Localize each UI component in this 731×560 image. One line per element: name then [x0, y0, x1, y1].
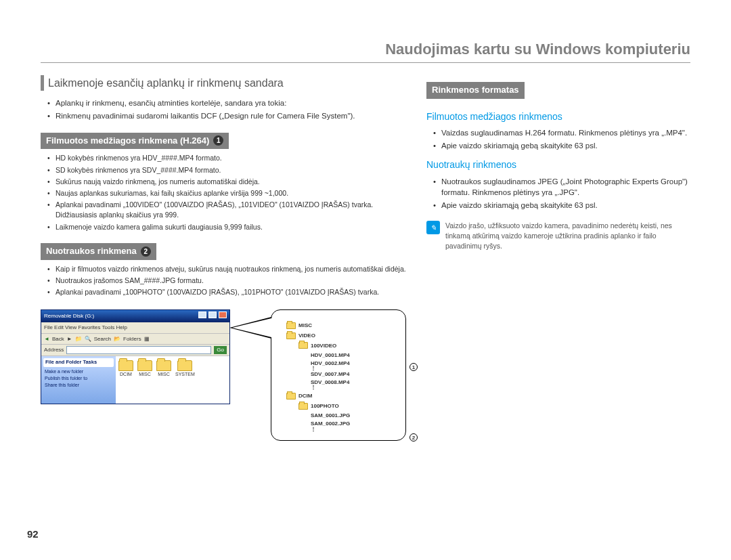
video-file-heading-label: Filmuotos medžiagos rinkmena (H.264): [46, 135, 209, 148]
tree-file: SDV_0008.MP4: [311, 379, 393, 387]
folder-tree-callout: MISC VIDEO 100VIDEO HDV_0001.MP4 HDV_000…: [271, 309, 406, 441]
explorer-folder[interactable]: MISC: [156, 360, 171, 400]
back-icon[interactable]: ◄: [44, 335, 49, 343]
photo-file-list: Kaip ir filmuotos vaizdo rinkmenos atvej…: [41, 264, 406, 298]
tree-file: SDV_0007.MP4: [311, 370, 393, 379]
explorer-window: Removable Disk (G:) File Edit View Favor…: [41, 309, 230, 404]
circled-number-2: 2: [141, 246, 151, 257]
up-icon[interactable]: 📁: [75, 335, 82, 343]
fwd-icon[interactable]: ►: [67, 335, 72, 343]
explorer-folder[interactable]: MISC: [137, 360, 152, 400]
tree-label: 100VIDEO: [311, 342, 336, 350]
go-button[interactable]: Go: [214, 346, 227, 354]
views-icon[interactable]: ▦: [144, 335, 150, 343]
folder-icon: [298, 403, 308, 410]
explorer-titlebar: Removable Disk (G:): [41, 310, 229, 322]
circled-number-1: 1: [213, 135, 223, 146]
list-item: Sukūrus naują vaizdo rinkmeną, jos numer…: [47, 177, 406, 187]
maximize-icon[interactable]: [208, 311, 217, 318]
tree-ellipsis: ⋮: [286, 428, 393, 431]
tree-marker-1: 1: [409, 363, 418, 371]
folders-icon[interactable]: 📂: [114, 335, 120, 343]
tree-file: SAM_0002.JPG: [311, 420, 393, 428]
list-item: Laikmenoje vaizdo kamera galima sukurti …: [47, 222, 406, 232]
minimize-icon[interactable]: [198, 311, 206, 318]
tree-ellipsis: ⋮: [286, 386, 393, 389]
video-file-heading: Filmuotos medžiagos rinkmena (H.264) 1: [41, 133, 229, 150]
explorer-title-text: Removable Disk (G:): [44, 312, 94, 320]
note-icon: ✎: [426, 221, 440, 234]
list-item: Nuotraukos įrašomos SAM_####.JPG formatu…: [47, 276, 406, 286]
list-item: Nuotraukos suglaudinamos JPEG („Joint Ph…: [433, 176, 690, 198]
tree-label: MISC: [298, 322, 312, 330]
task-item[interactable]: Publish this folder to: [43, 375, 114, 382]
folder-label: MISC: [139, 371, 151, 378]
explorer-folder[interactable]: SYSTEM: [175, 360, 195, 400]
tasks-header: File and Folder Tasks: [43, 358, 114, 367]
folder-icon: [286, 322, 296, 329]
intro-item: Aplankų ir rinkmenų, esančių atminties k…: [47, 98, 406, 109]
photo-file-heading-label: Nuotraukos rinkmena: [46, 245, 137, 258]
tree-file: HDV_0002.MP4: [311, 360, 393, 368]
window-buttons: [198, 311, 227, 321]
tree-marker-2: 2: [409, 433, 418, 441]
folder-icon: [177, 360, 192, 371]
tree-label: VIDEO: [298, 332, 315, 340]
intro-list: Aplankų ir rinkmenų, esančių atminties k…: [41, 98, 406, 121]
folder-label: DCIM: [120, 371, 132, 378]
photo-files-subheading: Nuotraukų rinkmenos: [426, 158, 690, 171]
list-item: Aplankai pavadinami „100PHOTO" (100VAIZD…: [47, 287, 406, 297]
photo-file-heading: Nuotraukos rinkmena 2: [41, 243, 156, 260]
right-column: Rinkmenos formatas Filmuotos medžiagos r…: [426, 75, 690, 441]
folder-icon: [298, 342, 308, 349]
tree-label: DCIM: [298, 392, 312, 400]
list-item: Kaip ir filmuotos vaizdo rinkmenos atvej…: [47, 264, 406, 274]
folder-label: SYSTEM: [175, 371, 195, 378]
list-item: Aplankai pavadinami „100VIDEO" (100VAIZD…: [47, 200, 406, 220]
video-file-list: HD kokybės rinkmenos yra HDV_####.MP4 fo…: [41, 153, 406, 232]
back-label: Back: [52, 335, 64, 343]
tree-file: HDV_0001.MP4: [311, 351, 393, 360]
note-text: Vaizdo įrašo, užfiksuoto vaizdo kamera, …: [445, 221, 690, 252]
explorer-menubar[interactable]: File Edit View Favorites Tools Help: [41, 322, 229, 334]
address-label: Address: [44, 346, 64, 354]
explorer-folder[interactable]: DCIM: [118, 360, 133, 400]
tree-label: 100PHOTO: [311, 402, 339, 410]
folder-icon: [286, 332, 296, 339]
explorer-sidepanel: File and Folder Tasks Make a new folder …: [41, 356, 116, 404]
diagram-area: Removable Disk (G:) File Edit View Favor…: [41, 309, 406, 441]
task-item[interactable]: Make a new folder: [43, 368, 114, 375]
explorer-addressbar: Address Go: [41, 345, 229, 356]
list-item: SD kokybės rinkmenos yra SDV_####.MP4 fo…: [47, 165, 406, 175]
folder-icon: [286, 393, 296, 400]
note-block: ✎ Vaizdo įrašo, užfiksuoto vaizdo kamera…: [426, 221, 690, 252]
list-item: Apie vaizdo skiriamąją gebą skaitykite 6…: [433, 200, 690, 211]
explorer-content: DCIM MISC MISC SYSTEM: [116, 356, 229, 404]
folder-label: MISC: [158, 371, 170, 378]
folders-label: Folders: [123, 335, 141, 343]
photo-files-list: Nuotraukos suglaudinamos JPEG („Joint Ph…: [426, 176, 690, 211]
tree-file: SAM_0001.JPG: [311, 412, 393, 420]
video-files-list: Vaizdas suglaudinamas H.264 formatu. Rin…: [426, 127, 690, 151]
close-icon[interactable]: [219, 311, 227, 318]
explorer-toolbar[interactable]: ◄ Back ► 📁 🔍 Search 📂 Folders ▦: [41, 334, 229, 345]
video-files-subheading: Filmuotos medžiagos rinkmenos: [426, 110, 690, 123]
left-column: Laikmenoje esančių aplankų ir rinkmenų s…: [41, 75, 406, 441]
search-icon[interactable]: 🔍: [85, 335, 91, 343]
folder-icon: [156, 360, 171, 371]
list-item: Vaizdas suglaudinamas H.264 formatu. Rin…: [433, 127, 690, 139]
task-item[interactable]: Share this folder: [43, 382, 114, 389]
page-number: 92: [27, 528, 39, 540]
list-item: HD kokybės rinkmenos yra HDV_####.MP4 fo…: [47, 153, 406, 163]
file-format-heading: Rinkmenos formatas: [426, 82, 525, 99]
list-item: Apie vaizdo skiriamąją gebą skaitykite 6…: [433, 140, 690, 152]
folder-icon: [118, 360, 133, 371]
folder-icon: [137, 360, 152, 371]
left-section-title: Laikmenoje esančių aplankų ir rinkmenų s…: [41, 75, 406, 91]
intro-item: Rinkmenų pavadinimai sudaromi laikantis …: [47, 110, 406, 122]
list-item: Naujas aplankas sukuriamas, kai failų sk…: [47, 188, 406, 198]
address-input[interactable]: [66, 346, 211, 354]
search-label: Search: [94, 335, 111, 343]
page-header: Naudojimas kartu su Windows kompiuteriu: [41, 41, 690, 63]
file-format-heading-label: Rinkmenos formatas: [432, 84, 519, 97]
